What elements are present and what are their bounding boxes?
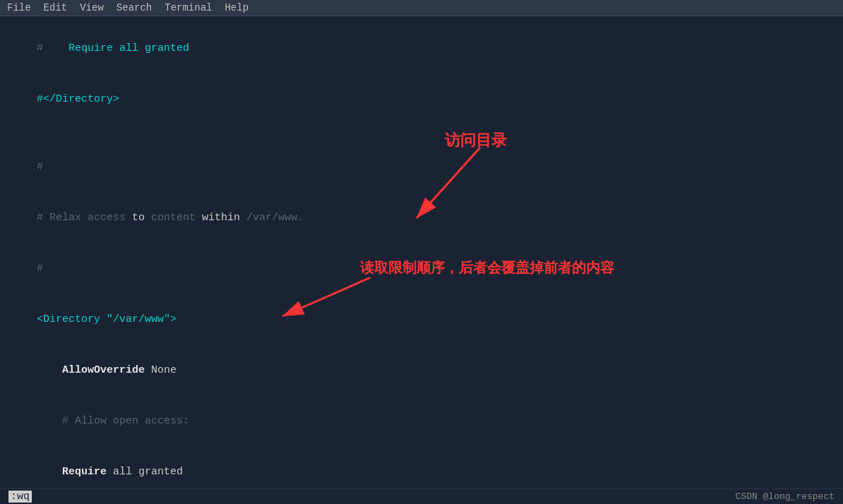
command-display: :wq <box>8 491 32 503</box>
code-line-6: # <box>11 244 832 294</box>
menu-search[interactable]: Search <box>116 2 152 13</box>
vim-command: :wq <box>8 491 32 503</box>
menu-view[interactable]: View <box>80 2 104 13</box>
menu-terminal[interactable]: Terminal <box>165 2 212 13</box>
editor-area: # Require all granted #</Directory> # # … <box>0 16 843 504</box>
branding: CSDN @long_respect <box>736 491 835 502</box>
code-line-3 <box>11 125 832 142</box>
menu-edit[interactable]: Edit <box>44 2 68 13</box>
code-line-2: #</Directory> <box>11 74 832 125</box>
code-line-1: # Require all granted <box>11 23 832 74</box>
menu-bar: File Edit View Search Terminal Help <box>0 0 843 16</box>
menu-help[interactable]: Help <box>225 2 249 13</box>
code-line-4: # <box>11 142 832 193</box>
code-line-9: # Allow open access: <box>11 396 832 447</box>
menu-file[interactable]: File <box>7 2 31 13</box>
status-bar: :wq CSDN @long_respect <box>0 488 843 504</box>
code-line-8: AllowOverride None <box>11 345 832 396</box>
code-line-5: # Relax access to content within /var/ww… <box>11 193 832 244</box>
code-line-7: <Directory "/var/www"> <box>11 294 832 345</box>
